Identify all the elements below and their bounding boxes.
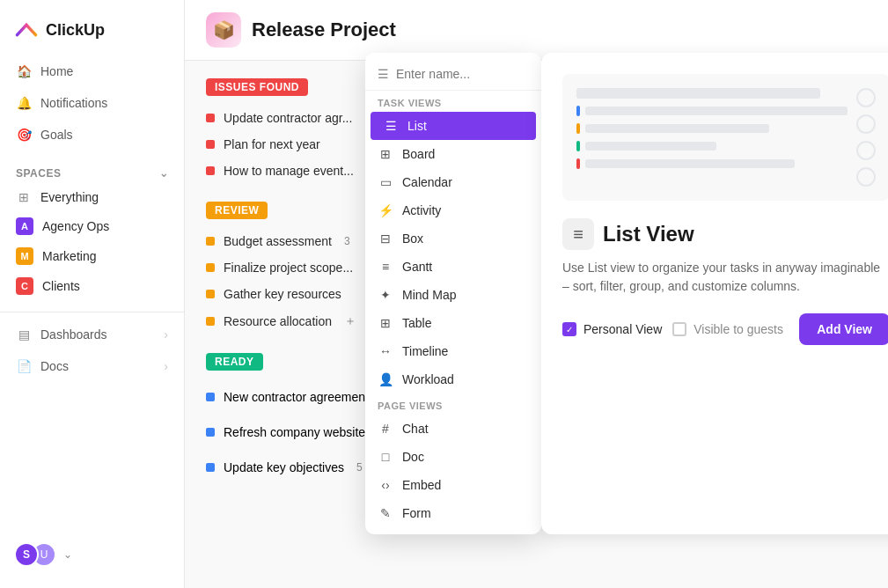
personal-view-label: Personal View [583, 322, 662, 336]
view-search-input[interactable] [396, 67, 550, 81]
spaces-label: Spaces [16, 167, 61, 180]
preview-title-icon: ≡ [562, 218, 594, 250]
sidebar-item-everything[interactable]: ⊞ Everything [7, 183, 177, 211]
add-view-button[interactable]: Add View [799, 313, 888, 345]
sidebar-item-notifications-label: Notifications [40, 96, 107, 110]
task-text: Resource allocation [224, 314, 332, 328]
user-avatar-s: S [14, 542, 39, 567]
task-dot-yellow [206, 263, 215, 272]
preview-illustration [562, 74, 888, 201]
sidebar-item-goals[interactable]: 🎯 Goals [7, 120, 177, 150]
view-option-timeline-label: Timeline [402, 344, 448, 358]
sidebar-item-dashboards-label: Dashboards [40, 327, 107, 342]
main-header: 📦 Release Project [185, 0, 888, 61]
chat-view-icon: # [378, 421, 393, 437]
view-option-workload[interactable]: 👤 Workload [365, 365, 541, 393]
form-view-icon: ✎ [378, 505, 393, 521]
task-text: Finalize project scope... [224, 261, 353, 275]
gantt-view-icon: ≡ [378, 259, 393, 275]
visible-guests-label: Visible to guests [694, 322, 783, 336]
personal-view-toggle[interactable]: ✓ Personal View [562, 322, 662, 336]
view-option-mindmap-label: Mind Map [402, 288, 456, 302]
view-selector-container: ☰ TASK VIEWS ☰ List ⊞ Board ▭ Calendar ⚡… [365, 53, 888, 534]
view-option-mindmap[interactable]: ✦ Mind Map [365, 281, 541, 309]
task-text: Refresh company website [224, 425, 365, 439]
goals-icon: 🎯 [16, 127, 32, 143]
view-option-activity[interactable]: ⚡ Activity [365, 196, 541, 224]
view-option-board-label: Board [402, 147, 435, 161]
home-icon: 🏠 [16, 63, 32, 79]
view-option-table[interactable]: ⊞ Table [365, 309, 541, 337]
mindmap-view-icon: ✦ [378, 287, 393, 303]
sidebar-item-home[interactable]: 🏠 Home [7, 56, 177, 86]
task-dot-yellow [206, 237, 215, 246]
spaces-header[interactable]: Spaces ⌄ [7, 164, 177, 183]
agency-ops-avatar: A [16, 217, 33, 235]
preview-title-row: ≡ List View [562, 218, 888, 250]
view-option-embed-label: Embed [402, 478, 441, 492]
sidebar-item-marketing-label: Marketing [42, 249, 96, 263]
bell-icon: 🔔 [16, 95, 32, 111]
add-task-button[interactable]: ＋ [344, 313, 356, 329]
sidebar-item-docs[interactable]: 📄 Docs › [7, 351, 177, 381]
view-option-board[interactable]: ⊞ Board [365, 140, 541, 168]
footer-chevron-icon[interactable]: ⌄ [63, 548, 72, 561]
view-preview-panel: ≡ List View Use List view to organize yo… [541, 53, 888, 534]
view-option-box[interactable]: ⊟ Box [365, 224, 541, 253]
view-option-list[interactable]: ☰ List [371, 112, 536, 140]
list-view-icon: ☰ [383, 118, 399, 134]
marketing-avatar: M [16, 247, 33, 265]
visible-guests-toggle[interactable]: Visible to guests [672, 322, 783, 336]
doc-view-icon: □ [378, 449, 393, 465]
task-dot-yellow [206, 290, 215, 298]
view-option-list-label: List [407, 119, 427, 133]
personal-view-checkbox[interactable]: ✓ [562, 322, 576, 336]
task-text: Update contractor agr... [224, 111, 352, 125]
view-option-gantt-label: Gantt [402, 260, 432, 274]
task-dot-yellow [206, 317, 215, 326]
app-name: ClickUp [46, 21, 105, 40]
view-option-form[interactable]: ✎ Form [365, 499, 541, 527]
task-text: Plan for next year [224, 137, 320, 151]
sidebar-item-agency-ops[interactable]: A Agency Ops [7, 211, 177, 241]
view-option-workload-label: Workload [402, 372, 454, 386]
sidebar-item-clients-label: Clients [42, 279, 80, 293]
view-option-embed[interactable]: ‹› Embed [365, 471, 541, 499]
user-avatars: S U [14, 542, 56, 567]
task-count: 3 [344, 235, 350, 247]
task-dot-blue [206, 428, 215, 437]
sidebar-bottom-sections: ▤ Dashboards › 📄 Docs › [0, 312, 184, 388]
sidebar-item-clients[interactable]: C Clients [7, 271, 177, 301]
view-option-doc[interactable]: □ Doc [365, 443, 541, 471]
task-views-label: TASK VIEWS [365, 91, 541, 112]
project-icon: 📦 [206, 12, 241, 48]
task-count: 5 [356, 461, 363, 474]
sidebar-item-docs-label: Docs [40, 359, 69, 373]
task-dot-red [206, 114, 215, 122]
sidebar-item-agency-ops-label: Agency Ops [42, 219, 109, 233]
view-option-gantt[interactable]: ≡ Gantt [365, 253, 541, 281]
sidebar-item-marketing[interactable]: M Marketing [7, 241, 177, 271]
docs-chevron-icon: › [164, 359, 168, 373]
sidebar-nav: 🏠 Home 🔔 Notifications 🎯 Goals [0, 56, 184, 150]
sidebar-item-notifications[interactable]: 🔔 Notifications [7, 88, 177, 118]
sidebar-item-dashboards[interactable]: ▤ Dashboards › [7, 320, 177, 349]
clickup-logo-icon [14, 18, 39, 42]
view-option-form-label: Form [402, 506, 431, 520]
project-title: Release Project [252, 18, 396, 41]
dashboards-icon: ▤ [16, 327, 32, 342]
sidebar-item-everything-label: Everything [40, 190, 99, 204]
timeline-view-icon: ↔ [378, 343, 393, 359]
view-option-calendar[interactable]: ▭ Calendar [365, 168, 541, 196]
view-option-chat[interactable]: # Chat [365, 415, 541, 443]
sidebar-item-goals-label: Goals [40, 128, 73, 142]
sidebar-item-home-label: Home [40, 64, 73, 78]
preview-title: List View [603, 222, 694, 246]
logo: ClickUp [0, 11, 184, 56]
task-text: How to manage event... [224, 164, 354, 178]
view-option-timeline[interactable]: ↔ Timeline [365, 337, 541, 365]
calendar-view-icon: ▭ [378, 174, 393, 190]
view-dropdown: ☰ TASK VIEWS ☰ List ⊞ Board ▭ Calendar ⚡… [365, 53, 541, 534]
visible-guests-checkbox[interactable] [672, 322, 686, 336]
view-option-activity-label: Activity [402, 203, 441, 217]
